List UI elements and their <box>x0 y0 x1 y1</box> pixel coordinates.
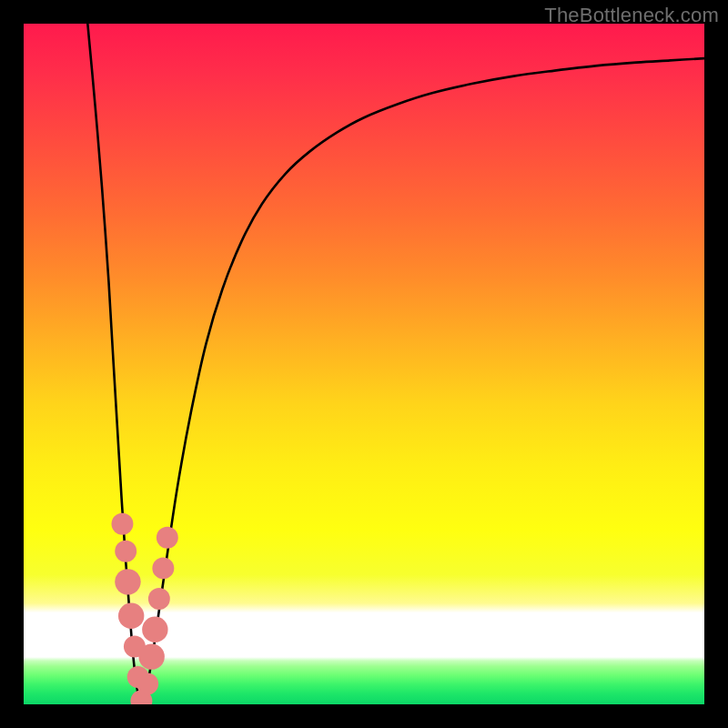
left-descent-curve <box>87 24 141 704</box>
data-marker <box>111 513 133 535</box>
data-marker <box>115 569 140 594</box>
main-curve <box>141 58 704 704</box>
data-marker <box>138 643 164 669</box>
markers-group <box>111 513 177 704</box>
data-marker <box>148 588 170 610</box>
data-marker <box>152 557 174 579</box>
data-marker <box>115 541 136 562</box>
data-marker <box>157 527 178 549</box>
chart-svg <box>24 24 704 704</box>
data-marker <box>118 603 144 629</box>
data-marker <box>142 617 167 642</box>
data-marker <box>136 673 158 695</box>
curve-group <box>87 24 704 704</box>
plot-area <box>24 24 704 704</box>
chart-frame: TheBottleneck.com <box>0 0 728 728</box>
attribution-text: TheBottleneck.com <box>544 4 719 27</box>
